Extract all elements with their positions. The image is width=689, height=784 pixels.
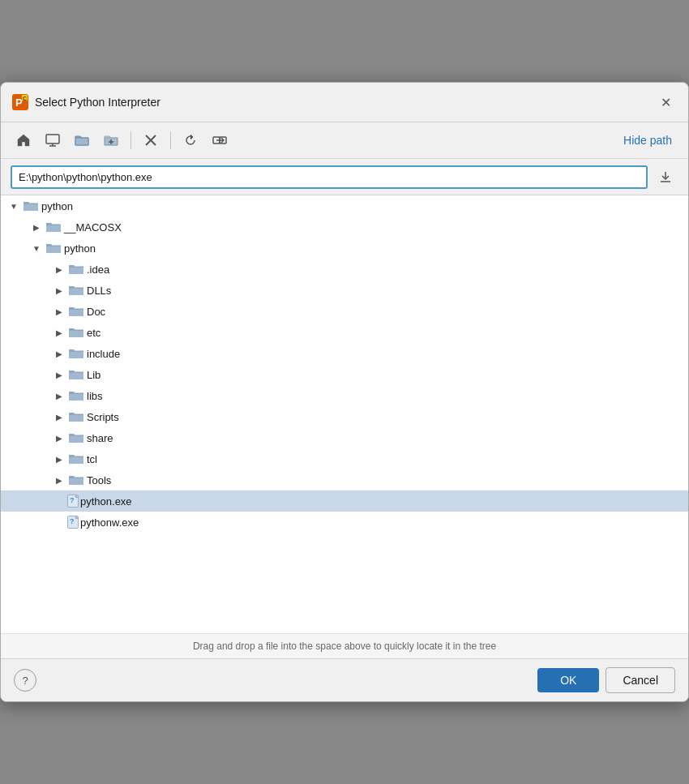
folder-icon [69,411,83,422]
folder-icon [69,390,83,401]
tree-item-python-root[interactable]: ▼ python [1,195,688,216]
tree-toggle-tools[interactable]: ▶ [53,473,66,486]
path-bar [1,159,688,195]
tree-toggle-doc[interactable]: ▶ [53,305,66,318]
help-button[interactable]: ? [14,669,36,692]
tree-label-scripts: Scripts [87,411,119,423]
app-icon: P C [12,94,28,110]
svg-rect-4 [46,135,59,144]
folder-icon [46,221,61,233]
tree-item-etc[interactable]: ▶ etc [1,322,688,343]
folder-icon [69,453,83,465]
file-tree[interactable]: ▼ python▶ __MACOSX▼ python▶ .idea▶ DLLs▶… [1,195,688,633]
tree-label-libs: libs [87,390,103,402]
tree-item-doc[interactable]: ▶ Doc [1,301,688,322]
dialog-footer: ? OK Cancel [1,658,688,701]
tree-toggle-include[interactable]: ▶ [53,347,66,360]
tree-item-scripts[interactable]: ▶ Scripts [1,406,688,427]
select-python-interpreter-dialog: P C Select Python Interpreter ✕ [0,82,689,702]
drag-hint: Drag and drop a file into the space abov… [1,633,688,658]
folder-icon [24,200,38,212]
folder-icon [69,348,83,359]
tree-label-python-exe: python.exe [80,495,132,508]
tree-label-lib: Lib [87,369,101,381]
tree-toggle-dlls[interactable]: ▶ [53,284,66,297]
dialog-title: Select Python Interpreter [35,96,654,109]
tree-label-python-root: python [41,200,73,212]
download-button[interactable] [653,164,678,190]
tree-item-share[interactable]: ▶ share [1,427,688,448]
tree-toggle-idea[interactable]: ▶ [53,263,66,276]
tree-item-pythonw-exe[interactable]: ▶ ? pythonw.exe [1,512,688,533]
tree-item-python-sub[interactable]: ▼ python [1,238,688,259]
tree-toggle-python-sub[interactable]: ▼ [30,242,43,255]
tree-label-pythonw-exe: pythonw.exe [80,516,139,529]
toolbar-separator-2 [170,131,171,149]
tree-item-lib[interactable]: ▶ Lib [1,364,688,385]
tree-toggle-etc[interactable]: ▶ [53,326,66,339]
tree-label-share: share [87,432,113,444]
python-file-icon: ? [66,494,80,508]
folder-icon [69,474,83,486]
tree-label-tcl: tcl [87,453,97,465]
folder-icon [69,263,83,275]
svg-text:P: P [15,96,23,109]
tree-item-tools[interactable]: ▶ Tools [1,469,688,491]
tree-toggle-lib[interactable]: ▶ [53,368,66,381]
cancel-button[interactable]: Cancel [606,667,675,693]
tree-item-libs[interactable]: ▶ libs [1,385,688,406]
tree-item-tcl[interactable]: ▶ tcl [1,448,688,469]
delete-button[interactable] [138,127,164,153]
folder-icon [69,369,83,380]
tree-label-idea: .idea [87,263,109,276]
tree-label-doc: Doc [87,306,105,318]
tree-item-idea[interactable]: ▶ .idea [1,259,688,280]
path-input[interactable] [11,165,648,189]
folder-icon [69,306,83,317]
tree-item-macosx[interactable]: ▶ __MACOSX [1,216,688,238]
tree-toggle-macosx[interactable]: ▶ [30,221,43,233]
folder-icon [46,242,61,254]
tree-label-dlls: DLLs [87,285,111,297]
tree-item-include[interactable]: ▶ include [1,343,688,364]
svg-text:C: C [23,96,27,101]
tree-toggle-libs[interactable]: ▶ [53,389,66,402]
tree-label-tools: Tools [87,474,111,486]
close-button[interactable]: ✕ [654,91,677,114]
tree-label-include: include [87,348,120,360]
tree-toggle-tcl[interactable]: ▶ [53,452,66,465]
tree-toggle-python-root[interactable]: ▼ [7,199,20,212]
folder-icon [69,285,83,296]
home-button[interactable] [11,127,36,153]
toolbar-separator-1 [131,131,131,149]
tree-label-etc: etc [87,327,101,339]
link-button[interactable] [207,127,233,153]
python-file-icon: ? [66,515,80,529]
ok-button[interactable]: OK [537,668,599,692]
tree-toggle-share[interactable]: ▶ [53,431,66,444]
folder-button[interactable] [69,127,95,153]
tree-toggle-scripts[interactable]: ▶ [53,410,66,423]
new-folder-button[interactable] [98,127,124,153]
refresh-button[interactable] [178,127,203,153]
tree-label-python-sub: python [64,242,96,255]
desktop-button[interactable] [40,127,66,153]
hide-path-button[interactable]: Hide path [617,131,678,150]
folder-icon [69,327,83,338]
toolbar: Hide path [1,122,688,159]
tree-item-python-exe[interactable]: ▶ ? python.exe [1,491,688,512]
tree-label-macosx: __MACOSX [64,221,122,233]
title-bar: P C Select Python Interpreter ✕ [1,83,688,122]
tree-item-dlls[interactable]: ▶ DLLs [1,280,688,301]
folder-icon [69,432,83,443]
